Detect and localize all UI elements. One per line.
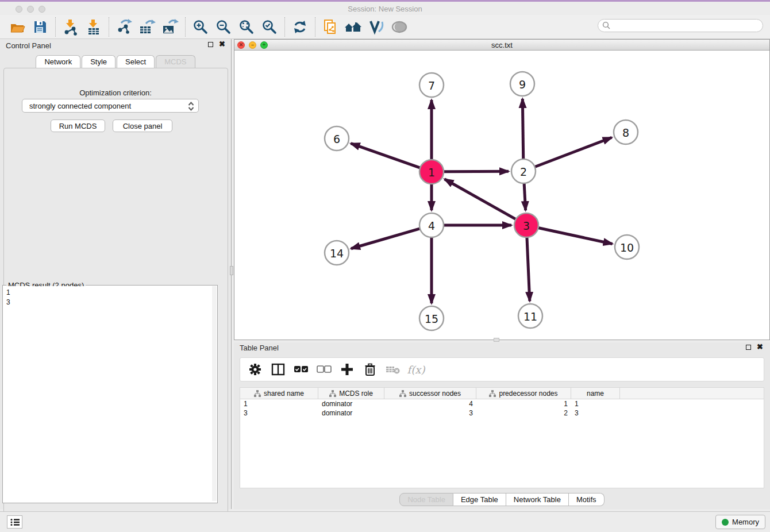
cell-successor-nodes[interactable]: 3 bbox=[384, 408, 476, 418]
column-header-successor-nodes[interactable]: successor nodes bbox=[384, 388, 476, 399]
graph-edge-3-10[interactable] bbox=[538, 228, 613, 244]
import-network-button[interactable] bbox=[59, 17, 82, 37]
graph-node-label-3: 3 bbox=[523, 219, 530, 232]
export-image-button[interactable] bbox=[159, 17, 182, 37]
graph-node-label-6: 6 bbox=[333, 133, 340, 145]
node-table[interactable]: shared name MCDS role successor nodes pr… bbox=[240, 387, 764, 488]
criterion-dropdown[interactable]: strongly connected component bbox=[22, 99, 199, 113]
float-table-panel-icon[interactable] bbox=[746, 345, 751, 350]
zoom-fit-button[interactable] bbox=[235, 17, 258, 37]
float-panel-icon[interactable] bbox=[208, 42, 213, 47]
search-input[interactable] bbox=[611, 21, 763, 31]
show-hide-button[interactable] bbox=[388, 17, 411, 37]
graph-edge-2-8[interactable] bbox=[535, 137, 612, 167]
graph-edge-2-9[interactable] bbox=[522, 99, 523, 159]
graph-edge-2-3[interactable] bbox=[524, 183, 526, 210]
cell-predecessor-nodes[interactable]: 2 bbox=[476, 408, 571, 418]
import-table-button[interactable] bbox=[82, 17, 105, 37]
criterion-value: strongly connected component bbox=[29, 102, 131, 110]
cell-name[interactable]: 3 bbox=[571, 408, 620, 418]
unselect-all-columns-button[interactable] bbox=[314, 360, 334, 379]
search-field[interactable] bbox=[598, 19, 763, 32]
column-header-mcds-role[interactable]: MCDS role bbox=[318, 388, 384, 399]
refresh-layout-button[interactable] bbox=[288, 17, 311, 37]
graphics-details-button[interactable] bbox=[365, 17, 388, 37]
main-toolbar bbox=[0, 15, 770, 39]
export-network-button[interactable] bbox=[113, 17, 136, 37]
zoom-selected-button[interactable] bbox=[258, 17, 281, 37]
mcds-result-box: MCDS result (2 nodes) 1 3 bbox=[2, 285, 218, 503]
tab-select[interactable]: Select bbox=[117, 55, 155, 68]
tab-edge-table[interactable]: Edge Table bbox=[453, 493, 506, 506]
export-table-button[interactable] bbox=[136, 17, 159, 37]
add-column-button[interactable] bbox=[337, 360, 357, 379]
export-table-icon bbox=[138, 18, 156, 36]
graph-node-label-14: 14 bbox=[330, 247, 344, 260]
network-window-titlebar[interactable]: ✕ – + scc.txt bbox=[234, 40, 769, 51]
delete-table-button[interactable] bbox=[383, 360, 403, 379]
network-canvas[interactable]: 7968124314101511 bbox=[234, 51, 769, 340]
graph-node-label-7: 7 bbox=[428, 79, 435, 92]
memory-button[interactable]: Memory bbox=[715, 515, 765, 529]
zoom-in-button[interactable] bbox=[189, 17, 212, 37]
control-panel-tabs: Network Style Select MCDS bbox=[0, 55, 231, 68]
graph-edge-3-11[interactable] bbox=[527, 237, 530, 301]
close-panel-icon[interactable]: ✖ bbox=[219, 41, 225, 47]
graph-node-label-8: 8 bbox=[622, 126, 629, 139]
run-mcds-button[interactable]: Run MCDS bbox=[51, 119, 105, 132]
close-table-panel-icon[interactable]: ✖ bbox=[757, 344, 763, 350]
column-header-predecessor-nodes[interactable]: predecessor nodes bbox=[476, 388, 571, 399]
task-history-button[interactable] bbox=[7, 515, 22, 529]
column-header-name[interactable]: name bbox=[571, 388, 620, 399]
status-bar: Memory bbox=[0, 511, 770, 532]
mcds-result-list[interactable]: 1 3 bbox=[3, 286, 212, 502]
vertical-splitter-handle[interactable] bbox=[230, 266, 233, 275]
table-row[interactable]: 1 dominator 4 1 1 bbox=[240, 399, 764, 408]
show-columns-button[interactable] bbox=[268, 360, 288, 379]
list-icon bbox=[10, 518, 20, 526]
column-header-shared-name[interactable]: shared name bbox=[240, 388, 318, 399]
cell-predecessor-nodes[interactable]: 1 bbox=[476, 399, 571, 408]
zoom-out-button[interactable] bbox=[212, 17, 235, 37]
cell-shared-name[interactable]: 1 bbox=[240, 399, 318, 408]
cell-mcds-role[interactable]: dominator bbox=[318, 408, 384, 418]
tab-network-table[interactable]: Network Table bbox=[506, 493, 569, 506]
column-type-icon bbox=[329, 390, 336, 397]
select-all-columns-button[interactable] bbox=[291, 360, 311, 379]
close-panel-button[interactable]: Close panel bbox=[113, 119, 172, 132]
function-builder-button[interactable]: f(x) bbox=[406, 360, 426, 379]
delete-table-icon bbox=[386, 364, 401, 375]
cell-shared-name[interactable]: 3 bbox=[240, 408, 318, 418]
clone-network-button[interactable] bbox=[319, 17, 342, 37]
open-file-button[interactable] bbox=[6, 17, 29, 37]
table-panel-title: Table Panel bbox=[240, 344, 279, 352]
graph-node-label-11: 11 bbox=[523, 310, 537, 323]
result-line: 3 bbox=[6, 298, 212, 307]
clone-network-icon bbox=[322, 18, 339, 36]
toolbar-separator bbox=[109, 17, 109, 37]
plus-icon bbox=[341, 363, 353, 376]
tab-node-table[interactable]: Node Table bbox=[399, 493, 453, 506]
delete-columns-button[interactable] bbox=[360, 360, 380, 379]
cell-name[interactable]: 1 bbox=[571, 399, 620, 408]
graph-edge-4-14[interactable] bbox=[351, 229, 420, 249]
network-graph[interactable]: 7968124314101511 bbox=[234, 51, 769, 340]
tab-network[interactable]: Network bbox=[36, 55, 80, 68]
cell-successor-nodes[interactable]: 4 bbox=[384, 399, 476, 408]
result-scrollbar[interactable] bbox=[212, 286, 217, 501]
eye-icon bbox=[391, 21, 408, 33]
save-session-button[interactable] bbox=[29, 17, 52, 37]
graph-edge-1-6[interactable] bbox=[351, 144, 421, 168]
tab-style[interactable]: Style bbox=[82, 55, 116, 68]
tab-mcds[interactable]: MCDS bbox=[156, 55, 195, 68]
table-settings-button[interactable] bbox=[245, 360, 265, 379]
tab-motifs[interactable]: Motifs bbox=[569, 493, 605, 506]
export-image-icon bbox=[161, 18, 179, 36]
graphics-details-icon bbox=[368, 19, 384, 35]
cell-mcds-role[interactable]: dominator bbox=[318, 399, 384, 408]
home-button[interactable] bbox=[342, 17, 365, 37]
graph-edge-3-1[interactable] bbox=[445, 179, 516, 219]
graph-edge-1-2[interactable] bbox=[444, 171, 509, 172]
horizontal-splitter-handle[interactable] bbox=[494, 338, 499, 342]
table-row[interactable]: 3 dominator 3 2 3 bbox=[240, 408, 764, 418]
